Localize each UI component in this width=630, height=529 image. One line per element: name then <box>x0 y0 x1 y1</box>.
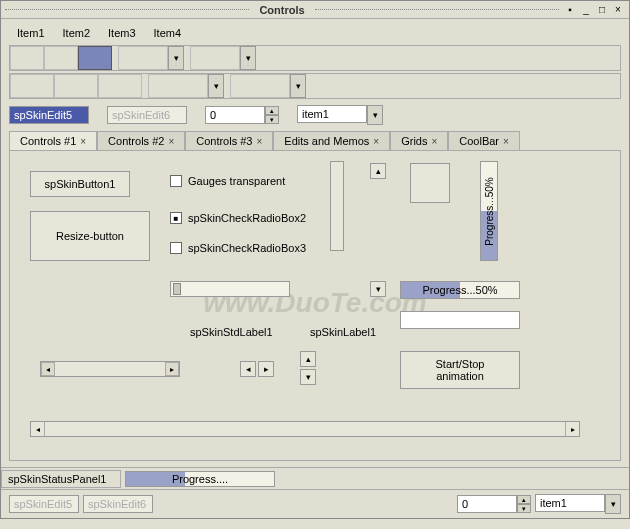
resize-button[interactable]: Resize-button <box>30 211 150 261</box>
radio-box-2[interactable] <box>170 212 182 224</box>
tool-button[interactable] <box>54 74 98 98</box>
bottom-edit-5: spSkinEdit5 <box>9 495 79 513</box>
tab-close-icon[interactable]: × <box>503 136 509 147</box>
arrow-down-button[interactable]: ▾ <box>300 369 316 385</box>
tool-button[interactable] <box>98 74 142 98</box>
tab-panel: www.DuoTe.com spSkinButton1 Resize-butto… <box>9 151 621 461</box>
menu-bar: Item1 Item2 Item3 Item4 <box>9 25 621 41</box>
slider-thumb[interactable] <box>173 283 181 295</box>
toolbar-1: ▾ ▾ <box>9 45 621 71</box>
radio-box-3[interactable] <box>170 242 182 254</box>
tab-grids[interactable]: Grids× <box>390 131 448 150</box>
minimize-button[interactable]: _ <box>579 3 593 17</box>
bottom-scrollbar[interactable]: ◂ ▸ <box>30 421 580 437</box>
tool-button[interactable] <box>10 46 44 70</box>
app-window: Controls ▪ _ □ × Item1 Item2 Item3 Item4… <box>0 0 630 519</box>
start-stop-button[interactable]: Start/Stop animation <box>400 351 520 389</box>
spin-input[interactable] <box>205 106 265 124</box>
dropdown-arrow-icon[interactable]: ▾ <box>290 74 306 98</box>
horizontal-slider[interactable] <box>170 281 290 297</box>
std-label: spSkinStdLabel1 <box>190 326 273 338</box>
bottom-spin-input[interactable] <box>457 495 517 513</box>
tool-button-selected[interactable] <box>78 46 112 70</box>
tool-button[interactable] <box>10 74 54 98</box>
arrow-up-button[interactable]: ▴ <box>300 351 316 367</box>
dropdown-arrow-icon[interactable]: ▾ <box>367 105 383 125</box>
tab-close-icon[interactable]: × <box>431 136 437 147</box>
bottom-edit-6: spSkinEdit6 <box>83 495 153 513</box>
tool-button[interactable] <box>44 46 78 70</box>
empty-panel <box>410 163 450 203</box>
tool-split-button[interactable] <box>118 46 168 70</box>
spin-down-icon[interactable]: ▾ <box>265 115 279 124</box>
window-title: Controls <box>253 4 310 16</box>
horizontal-scrollbar[interactable]: ◂ ▸ <box>40 361 180 377</box>
text-input[interactable] <box>400 311 520 329</box>
arrow-right-button[interactable]: ▸ <box>258 361 274 377</box>
spin-edit: ▴ ▾ <box>205 106 279 124</box>
tab-close-icon[interactable]: × <box>256 136 262 147</box>
bottom-bar: spSkinEdit5 spSkinEdit6 ▴ ▾ item1 ▾ <box>1 489 629 518</box>
spin-down-icon[interactable]: ▾ <box>517 504 531 513</box>
bottom-combo[interactable]: item1 <box>535 494 605 512</box>
menu-item4[interactable]: Item4 <box>146 25 190 41</box>
dropdown-arrow-icon[interactable]: ▾ <box>240 46 256 70</box>
tool-split-button[interactable] <box>148 74 208 98</box>
spin-up-icon[interactable]: ▴ <box>517 495 531 504</box>
gauges-label: Gauges transparent <box>188 175 285 187</box>
horizontal-progress: Progress...50% <box>400 281 520 299</box>
status-progress: Progress.... <box>125 471 275 487</box>
skin-button-1[interactable]: spSkinButton1 <box>30 171 130 197</box>
radio2-label: spSkinCheckRadioBox2 <box>188 212 306 224</box>
arrow-down-button[interactable]: ▾ <box>370 281 386 297</box>
scroll-right-icon[interactable]: ▸ <box>165 362 179 376</box>
maximize-button[interactable]: □ <box>595 3 609 17</box>
tab-bar: Controls #1× Controls #2× Controls #3× E… <box>9 131 621 151</box>
tool-split-button[interactable] <box>190 46 240 70</box>
vertical-progress: Progress...50% <box>480 161 498 261</box>
menu-item1[interactable]: Item1 <box>9 25 53 41</box>
skin-label: spSkinLabel1 <box>310 326 376 338</box>
combo-box[interactable]: item1 <box>297 105 367 123</box>
titlebar: Controls ▪ _ □ × <box>1 1 629 19</box>
scroll-left-icon[interactable]: ◂ <box>31 422 45 436</box>
arrow-left-button[interactable]: ◂ <box>240 361 256 377</box>
tool-split-button[interactable] <box>230 74 290 98</box>
spin-up-icon[interactable]: ▴ <box>265 106 279 115</box>
tab-coolbar[interactable]: CoolBar× <box>448 131 520 150</box>
dropdown-arrow-icon[interactable]: ▾ <box>605 494 621 514</box>
bottom-spin: ▴ ▾ <box>457 495 531 513</box>
toolbar-2: ▾ ▾ <box>9 73 621 99</box>
menu-item2[interactable]: Item2 <box>55 25 99 41</box>
close-button[interactable]: × <box>611 3 625 17</box>
tab-controls-3[interactable]: Controls #3× <box>185 131 273 150</box>
tab-controls-2[interactable]: Controls #2× <box>97 131 185 150</box>
status-bar: spSkinStatusPanel1 Progress.... <box>1 467 629 489</box>
dropdown-arrow-icon[interactable]: ▾ <box>168 46 184 70</box>
tab-close-icon[interactable]: × <box>168 136 174 147</box>
tab-close-icon[interactable]: × <box>80 136 86 147</box>
arrow-up-button[interactable]: ▴ <box>370 163 386 179</box>
radio3-label: spSkinCheckRadioBox3 <box>188 242 306 254</box>
tab-edits-memos[interactable]: Edits and Memos× <box>273 131 390 150</box>
skin-edit-5[interactable]: spSkinEdit5 <box>9 106 89 124</box>
scroll-left-icon[interactable]: ◂ <box>41 362 55 376</box>
scroll-right-icon[interactable]: ▸ <box>565 422 579 436</box>
pin-button[interactable]: ▪ <box>563 3 577 17</box>
vertical-gauge <box>330 161 344 251</box>
tab-controls-1[interactable]: Controls #1× <box>9 131 97 150</box>
status-panel-1: spSkinStatusPanel1 <box>1 470 121 488</box>
dropdown-arrow-icon[interactable]: ▾ <box>208 74 224 98</box>
menu-item3[interactable]: Item3 <box>100 25 144 41</box>
gauges-checkbox[interactable] <box>170 175 182 187</box>
tab-close-icon[interactable]: × <box>373 136 379 147</box>
skin-edit-6-disabled: spSkinEdit6 <box>107 106 187 124</box>
